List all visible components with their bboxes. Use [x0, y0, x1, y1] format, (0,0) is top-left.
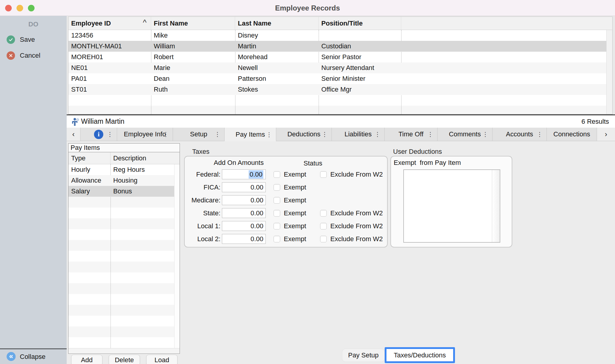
- pay-item-row-selected[interactable]: Salary Bonus: [68, 186, 174, 197]
- tab-menu-icon[interactable]: ⋮: [427, 131, 433, 138]
- employee-table-body: 123456 Mike Disney MONTHLY-MA01 William …: [68, 30, 612, 114]
- employee-table-header: Employee ID ^ First Name Last Name Posit…: [68, 17, 612, 30]
- federal-amount-input[interactable]: 0.00: [222, 169, 266, 179]
- tab-menu-icon[interactable]: ⋮: [163, 131, 169, 138]
- medicare-exempt-checkbox[interactable]: [274, 197, 280, 204]
- tab-info[interactable]: i ⋮: [80, 128, 117, 141]
- fica-exempt-checkbox[interactable]: [274, 184, 280, 191]
- tab-employee-info[interactable]: Employee Info ⋮: [117, 128, 173, 141]
- vertical-scrollbar[interactable]: [492, 170, 500, 242]
- record-header: William Martin 6 Results: [67, 114, 615, 128]
- tab-pay-items[interactable]: Pay Items ⋮: [225, 128, 276, 141]
- horizontal-scrollbar[interactable]: [68, 348, 180, 353]
- local2-amount-input[interactable]: 0.00: [222, 234, 266, 244]
- cancel-button[interactable]: Cancel: [0, 50, 67, 61]
- taxes-deductions-button[interactable]: Taxes/Deductions: [385, 347, 455, 363]
- pay-item-row[interactable]: Hourly Reg Hours: [68, 164, 174, 175]
- table-row-selected[interactable]: MONTHLY-MA01 William Martin Custodian: [68, 41, 607, 52]
- vertical-scrollbar[interactable]: [606, 30, 612, 114]
- table-row[interactable]: NE01 Marie Newell Nursery Attendant: [68, 62, 607, 73]
- state-amount-input[interactable]: 0.00: [222, 208, 266, 218]
- local1-amount-input[interactable]: 0.00: [222, 221, 266, 231]
- federal-exclude-w2-checkbox[interactable]: [320, 171, 327, 178]
- tab-connections[interactable]: Connections: [547, 128, 597, 141]
- exempt-label: Exempt: [284, 171, 312, 178]
- column-header-first-name[interactable]: First Name: [151, 17, 235, 30]
- exempt-label: Exempt: [284, 235, 312, 243]
- local2-exclude-w2-checkbox[interactable]: [320, 236, 327, 242]
- collapse-button[interactable]: « Collapse: [0, 349, 67, 364]
- delete-button[interactable]: Delete: [109, 355, 140, 364]
- window-title: Employee Records: [0, 0, 615, 16]
- state-exempt-checkbox[interactable]: [274, 210, 280, 217]
- exempt-label: Exempt: [284, 209, 312, 217]
- table-row[interactable]: MOREH01 Robert Morehead Senior Pastor: [68, 52, 607, 62]
- employee-table: Employee ID ^ First Name Last Name Posit…: [68, 17, 613, 114]
- exempt-label: Exempt: [284, 222, 312, 230]
- pay-items-table-header: Type Description: [68, 152, 180, 164]
- chevron-left-icon: ‹: [72, 130, 75, 138]
- column-header-type[interactable]: Type: [68, 152, 111, 164]
- pay-items-table-body: Hourly Reg Hours Allowance Housing Salar…: [68, 164, 180, 348]
- medicare-amount-input[interactable]: 0.00: [222, 195, 266, 205]
- fica-label: FICA:: [185, 184, 220, 191]
- employee-records-window: Employee Records DO Save Cancel « Collap…: [0, 0, 615, 364]
- cancel-label: Cancel: [20, 50, 40, 61]
- local2-exempt-checkbox[interactable]: [274, 236, 280, 242]
- tax-row-local1: Local 1: 0.00 Exempt Exclude From W2: [185, 220, 387, 232]
- federal-exempt-checkbox[interactable]: [274, 171, 280, 178]
- exempt-from-pay-item-list[interactable]: [403, 169, 500, 243]
- tab-menu-icon[interactable]: ⋮: [322, 131, 328, 138]
- user-deductions-group-label: User Deductions: [393, 148, 442, 156]
- medicare-label: Medicare:: [185, 196, 220, 204]
- exempt-label: Exempt: [284, 184, 312, 191]
- tax-row-fica: FICA: 0.00 Exempt: [185, 181, 387, 194]
- tab-menu-icon[interactable]: ⋮: [214, 131, 220, 138]
- table-row[interactable]: PA01 Dean Patterson Senior Minister: [68, 73, 607, 84]
- selected-text: 0.00: [249, 170, 263, 179]
- table-row[interactable]: 123456 Mike Disney: [68, 30, 607, 41]
- table-row[interactable]: ST01 Ruth Stokes Office Mgr: [68, 84, 607, 95]
- tab-accounts[interactable]: Accounts ⋮: [492, 128, 547, 141]
- vertical-scrollbar[interactable]: [174, 164, 180, 348]
- column-header-employee-id[interactable]: Employee ID ^: [68, 17, 151, 30]
- previous-tabs-button[interactable]: ‹: [67, 128, 80, 141]
- save-label: Save: [20, 35, 35, 45]
- tax-row-medicare: Medicare: 0.00 Exempt: [185, 194, 387, 207]
- results-count: 6 Results: [581, 115, 609, 128]
- tab-comments[interactable]: Comments ⋮: [438, 128, 492, 141]
- exempt-from-pay-item-label: Exempt from Pay Item: [394, 159, 461, 167]
- tab-time-off[interactable]: Time Off ⋮: [385, 128, 438, 141]
- state-exclude-w2-checkbox[interactable]: [320, 210, 327, 217]
- pay-items-buttons: Add Delete Load: [71, 355, 177, 364]
- local1-exempt-checkbox[interactable]: [274, 223, 280, 229]
- fica-amount-input[interactable]: 0.00: [222, 182, 266, 192]
- tab-deductions[interactable]: Deductions ⋮: [276, 128, 332, 141]
- local1-label: Local 1:: [185, 222, 220, 230]
- local1-exclude-w2-checkbox[interactable]: [320, 223, 327, 229]
- add-button[interactable]: Add: [71, 355, 102, 364]
- column-header-last-name[interactable]: Last Name: [235, 17, 319, 30]
- pay-items-content: Pay Items Type Description Hourly Reg Ho…: [67, 141, 615, 364]
- tab-menu-icon[interactable]: ⋮: [266, 131, 272, 138]
- taxes-group-label: Taxes: [192, 148, 209, 156]
- pay-setup-button[interactable]: Pay Setup: [342, 349, 384, 362]
- column-header-position-title[interactable]: Position/Title: [319, 17, 401, 30]
- tab-menu-icon[interactable]: ⋮: [537, 131, 543, 138]
- column-header-description[interactable]: Description: [111, 152, 180, 164]
- save-button[interactable]: Save: [0, 35, 67, 45]
- next-tabs-button[interactable]: ›: [597, 128, 615, 141]
- pay-items-panel: Pay Items Type Description Hourly Reg Ho…: [68, 143, 180, 354]
- exempt-label: Exempt: [284, 196, 312, 204]
- cancel-x-icon: [7, 51, 15, 60]
- tab-menu-icon[interactable]: ⋮: [107, 131, 113, 138]
- exclude-w2-label: Exclude From W2: [330, 222, 383, 230]
- tab-setup[interactable]: Setup ⋮: [173, 128, 225, 141]
- pay-items-panel-title: Pay Items: [68, 144, 180, 152]
- tab-menu-icon[interactable]: ⋮: [374, 131, 380, 138]
- load-button[interactable]: Load: [146, 355, 177, 364]
- tab-menu-icon[interactable]: ⋮: [482, 131, 488, 138]
- tab-liabilities[interactable]: Liabilities ⋮: [332, 128, 385, 141]
- pay-item-row[interactable]: Allowance Housing: [68, 175, 174, 186]
- federal-label: Federal:: [185, 171, 220, 178]
